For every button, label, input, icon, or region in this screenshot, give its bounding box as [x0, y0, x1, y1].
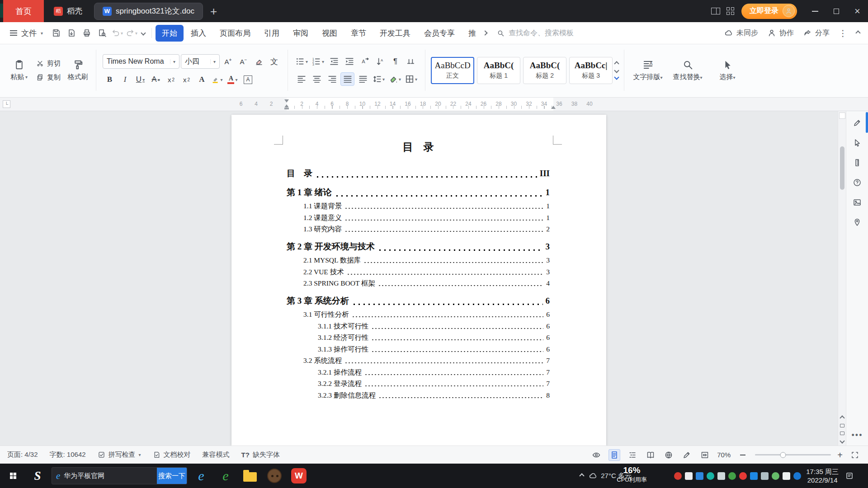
next-page-button[interactable]	[840, 432, 844, 435]
zoom-out-button[interactable]	[737, 449, 749, 461]
tab-stops-button[interactable]	[404, 55, 418, 68]
sort-button[interactable]: A	[373, 55, 387, 68]
zoom-slider-knob[interactable]	[780, 452, 786, 458]
fit-page-button[interactable]	[699, 449, 711, 461]
taskbar-search-button[interactable]: 搜索一下	[157, 468, 187, 484]
scroll-down-button[interactable]	[840, 438, 844, 443]
screenshot-image-icon[interactable]	[853, 198, 862, 207]
copy-button[interactable]: 复制	[33, 72, 63, 83]
menu-tab-3[interactable]: 引用	[258, 25, 286, 42]
zoom-slider[interactable]	[755, 454, 831, 455]
decrease-font-button[interactable]: A−	[236, 55, 250, 68]
security-shield-icon[interactable]	[696, 472, 703, 480]
redo-button[interactable]: ▾	[124, 28, 139, 38]
page-view-button[interactable]	[609, 449, 620, 461]
annotate-pen-icon[interactable]	[853, 118, 862, 127]
style-scroll-down[interactable]	[614, 68, 619, 73]
line-spacing-button[interactable]: ▾	[371, 72, 386, 86]
export-pdf-button[interactable]	[64, 25, 79, 41]
search-app-icon[interactable]	[793, 472, 801, 480]
browser-taskbar-icon[interactable]: e	[215, 465, 236, 486]
share-button[interactable]: 分享	[803, 28, 830, 38]
more-tools-button[interactable]: •••	[852, 431, 863, 440]
ie-taskbar-icon[interactable]: e	[191, 465, 212, 486]
measure-ruler-icon[interactable]	[853, 158, 862, 167]
tab-selector[interactable]: └	[3, 100, 10, 108]
tray-expand-button[interactable]	[580, 473, 585, 478]
home-tab[interactable]: 首页	[3, 0, 44, 22]
undo-button[interactable]: ▾	[110, 28, 124, 38]
music-app-icon[interactable]	[739, 472, 747, 480]
font-size-combo[interactable]: 小四▾	[181, 54, 220, 69]
style-card-0[interactable]: AaBbCcD正文	[431, 57, 474, 84]
docer-tab[interactable]: 稻 稻壳	[44, 0, 92, 22]
menu-tab-6[interactable]: 章节	[344, 25, 373, 42]
format-painter-button[interactable]: 格式刷	[63, 47, 92, 94]
align-right-button[interactable]	[325, 72, 339, 86]
network-icon[interactable]	[717, 472, 725, 480]
remote-app-icon[interactable]	[264, 465, 285, 486]
shading-button[interactable]: ▾	[387, 72, 402, 86]
subscript-button[interactable]: x2	[179, 73, 193, 86]
previous-page-button[interactable]	[840, 424, 844, 427]
left-indent-marker[interactable]	[284, 108, 289, 110]
increase-font-button[interactable]: A+	[221, 55, 235, 68]
chat-app-icon[interactable]	[685, 472, 693, 480]
word-count[interactable]: 字数: 10642	[50, 450, 86, 459]
search-app-button[interactable]: S	[27, 465, 48, 486]
menu-tab-9[interactable]: 推	[462, 25, 482, 42]
style-scroll-up[interactable]	[614, 61, 619, 66]
underline-button[interactable]: U▾	[133, 73, 147, 86]
print-preview-button[interactable]	[94, 25, 110, 41]
menu-tab-7[interactable]: 开发工具	[373, 25, 417, 42]
clear-format-button[interactable]	[252, 55, 266, 68]
distribute-button[interactable]	[356, 72, 370, 86]
fullscreen-button[interactable]	[849, 449, 861, 461]
show-paragraph-marks-button[interactable]: ¶	[388, 55, 402, 68]
menu-tab-5[interactable]: 视图	[316, 25, 344, 42]
scroll-up-button[interactable]	[840, 415, 844, 420]
command-search[interactable]: 查找命令、搜索模板	[497, 28, 617, 38]
locate-pin-icon[interactable]	[853, 218, 862, 227]
text-direction-button[interactable]: A	[358, 55, 372, 68]
web-view-button[interactable]	[663, 449, 675, 461]
paste-button[interactable]: 粘贴▾	[5, 47, 33, 94]
taskbar-clock[interactable]: 17:35 周三 2022/9/14	[806, 467, 839, 485]
minimize-button[interactable]	[804, 0, 826, 22]
collaborate-button[interactable]: 协作	[767, 28, 794, 38]
wps-taskbar-icon[interactable]: W	[288, 465, 309, 486]
document-canvas[interactable]: 目 录 目 录III第 1 章 绪论11.1 课题背景11.2 课题意义11.3…	[0, 111, 838, 446]
font-color-button[interactable]: A ▾	[226, 73, 240, 86]
justify-button[interactable]	[340, 72, 354, 86]
help-icon[interactable]	[853, 178, 862, 187]
teal-app-icon[interactable]	[707, 472, 714, 480]
split-window-icon[interactable]	[711, 8, 720, 14]
missing-font-button[interactable]: T? 缺失字体	[241, 450, 280, 459]
weather-widget[interactable]: 27°C 多云 16% CPU利用率	[589, 465, 669, 487]
scrollbar-thumb[interactable]	[840, 146, 844, 190]
action-center-button[interactable]	[844, 470, 855, 482]
ruler-toggle-button[interactable]	[839, 113, 845, 119]
text-layout-button[interactable]: A 文字排版▾	[628, 47, 668, 94]
more-commands-chevron[interactable]	[141, 30, 146, 35]
sync-status[interactable]: 未同步	[724, 28, 758, 38]
zoom-level[interactable]: 70%	[717, 451, 731, 459]
collapse-ribbon-button[interactable]	[855, 30, 860, 35]
menu-tab-2[interactable]: 页面布局	[213, 25, 257, 42]
style-card-3[interactable]: AaBbCc|标题 3	[569, 57, 613, 84]
start-button[interactable]	[3, 465, 24, 486]
character-border-button[interactable]: A	[241, 73, 255, 86]
menu-tab-0[interactable]: 开始	[156, 25, 184, 42]
page-indicator[interactable]: 页面: 4/32	[7, 450, 38, 459]
font-name-combo[interactable]: Times New Roma▾	[103, 54, 179, 69]
hanging-indent-marker[interactable]	[284, 104, 289, 108]
style-card-1[interactable]: AaBbC(标题 1	[477, 57, 520, 84]
italic-button[interactable]: I	[118, 73, 132, 86]
antivirus-icon[interactable]	[674, 472, 682, 480]
first-line-indent-marker[interactable]	[284, 99, 289, 103]
increase-indent-button[interactable]	[342, 55, 356, 68]
save-button[interactable]	[48, 25, 64, 41]
usb-icon[interactable]	[761, 472, 769, 480]
select-button[interactable]: 选择▾	[708, 47, 747, 94]
tabs-overflow-chevron[interactable]	[482, 30, 487, 35]
